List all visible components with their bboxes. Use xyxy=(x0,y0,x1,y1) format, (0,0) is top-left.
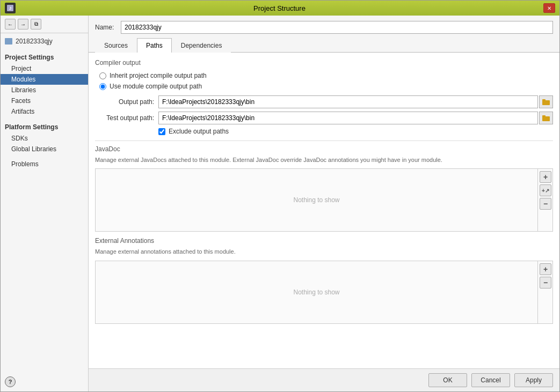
sidebar-item-artifacts[interactable]: Artifacts xyxy=(1,106,88,117)
svg-text:J: J xyxy=(9,6,11,11)
ext-annotations-list-panel: Nothing to show + − xyxy=(95,261,553,324)
window-controls: ✕ xyxy=(543,3,555,13)
ext-annotations-remove-button[interactable]: − xyxy=(540,277,551,289)
exclude-output-label[interactable]: Exclude output paths xyxy=(169,128,229,135)
compiler-output-header: Compiler output xyxy=(95,59,553,66)
sidebar-item-problems[interactable]: Problems xyxy=(1,159,88,169)
test-output-path-browse-button[interactable] xyxy=(539,112,553,124)
tab-paths[interactable]: Paths xyxy=(137,38,172,53)
app-logo: J xyxy=(5,3,16,13)
close-button[interactable]: ✕ xyxy=(543,3,555,13)
ext-annotations-empty-label: Nothing to show xyxy=(293,289,339,296)
sidebar: ← → ⧉ 20182333qjy Project Settings Proje… xyxy=(1,16,89,391)
radio-inherit-label[interactable]: Inherit project compile output path xyxy=(110,72,207,79)
copy-button[interactable]: ⧉ xyxy=(31,19,41,29)
javadoc-header: JavaDoc xyxy=(95,145,553,153)
tab-content-paths: Compiler output Inherit project compile … xyxy=(89,53,559,368)
javadoc-desc: Manage external JavaDocs attached to thi… xyxy=(95,156,553,164)
sidebar-nav: ← → ⧉ xyxy=(1,16,88,33)
module-icon xyxy=(5,38,12,45)
javadoc-list-panel: Nothing to show + +↗ − xyxy=(95,168,553,232)
svg-rect-5 xyxy=(542,115,546,117)
svg-rect-3 xyxy=(542,99,546,101)
sidebar-footer: ? xyxy=(1,372,88,391)
platform-settings-header: Platform Settings xyxy=(1,119,88,133)
forward-button[interactable]: → xyxy=(18,19,28,29)
svg-rect-4 xyxy=(542,116,550,121)
back-button[interactable]: ← xyxy=(5,19,16,29)
test-output-path-row: Test output path: xyxy=(95,112,553,124)
sidebar-item-global-libraries[interactable]: Global Libraries xyxy=(1,144,88,154)
radio-group: Inherit project compile output path Use … xyxy=(95,72,553,90)
sidebar-item-modules[interactable]: Modules xyxy=(1,74,88,85)
output-path-row: Output path: xyxy=(95,95,553,108)
javadoc-add-from-url-button[interactable]: +↗ xyxy=(540,184,551,196)
ext-annotations-list-content: Nothing to show xyxy=(96,261,537,323)
apply-button[interactable]: Apply xyxy=(514,373,553,387)
radio-module-row: Use module compile output path xyxy=(99,83,553,90)
sidebar-item-project[interactable]: Project xyxy=(1,63,88,74)
sidebar-item-libraries[interactable]: Libraries xyxy=(1,85,88,95)
ok-button[interactable]: OK xyxy=(428,373,467,387)
sidebar-item-sdks[interactable]: SDKs xyxy=(1,133,88,144)
window-title: Project Structure xyxy=(16,4,543,12)
ext-annotations-desc: Manage external annotations attached to … xyxy=(95,248,553,256)
javadoc-remove-button[interactable]: − xyxy=(540,198,551,210)
main-panel: Name: Sources Paths Dependencies Compile… xyxy=(89,16,559,391)
radio-use-module-label[interactable]: Use module compile output path xyxy=(110,83,202,90)
title-bar: J Project Structure ✕ xyxy=(1,1,559,16)
exclude-output-checkbox[interactable] xyxy=(158,128,165,135)
module-item[interactable]: 20182333qjy xyxy=(1,35,88,47)
ext-annotations-section: External Annotations Manage external ann… xyxy=(95,237,553,323)
radio-inherit-row: Inherit project compile output path xyxy=(99,72,553,79)
test-output-path-input[interactable] xyxy=(158,112,538,124)
divider-1 xyxy=(95,140,553,141)
tab-sources[interactable]: Sources xyxy=(95,38,137,53)
svg-rect-2 xyxy=(542,100,550,105)
name-row: Name: xyxy=(89,16,559,38)
bottom-bar: OK Cancel Apply xyxy=(89,368,559,391)
javadoc-add-button[interactable]: + xyxy=(540,171,551,183)
content-area: ← → ⧉ 20182333qjy Project Settings Proje… xyxy=(1,16,559,391)
output-path-input[interactable] xyxy=(158,95,538,108)
ext-annotations-add-button[interactable]: + xyxy=(540,263,551,275)
ext-annotations-list-actions: + − xyxy=(537,261,552,323)
radio-use-module[interactable] xyxy=(99,83,106,90)
javadoc-empty-label: Nothing to show xyxy=(293,196,339,204)
javadoc-section: JavaDoc Manage external JavaDocs attache… xyxy=(95,145,553,232)
radio-inherit[interactable] xyxy=(99,72,106,79)
name-label: Name: xyxy=(95,24,117,31)
cancel-button[interactable]: Cancel xyxy=(471,373,510,387)
tabs-bar: Sources Paths Dependencies xyxy=(89,38,559,53)
module-list: 20182333qjy xyxy=(1,33,88,49)
project-structure-window: J Project Structure ✕ ← → ⧉ 20182333qjy … xyxy=(0,0,560,392)
exclude-checkbox-row: Exclude output paths xyxy=(95,128,553,135)
help-button[interactable]: ? xyxy=(5,376,16,387)
sidebar-item-facets[interactable]: Facets xyxy=(1,95,88,106)
name-input[interactable] xyxy=(121,21,553,34)
test-output-path-label: Test output path: xyxy=(99,114,158,122)
output-path-browse-button[interactable] xyxy=(539,95,553,108)
tab-dependencies[interactable]: Dependencies xyxy=(172,38,231,53)
module-item-label: 20182333qjy xyxy=(16,38,53,45)
javadoc-list-actions: + +↗ − xyxy=(537,169,552,231)
output-path-label: Output path: xyxy=(99,98,158,106)
project-settings-header: Project Settings xyxy=(1,49,88,63)
javadoc-list-content: Nothing to show xyxy=(96,169,537,231)
ext-annotations-header: External Annotations xyxy=(95,237,553,245)
